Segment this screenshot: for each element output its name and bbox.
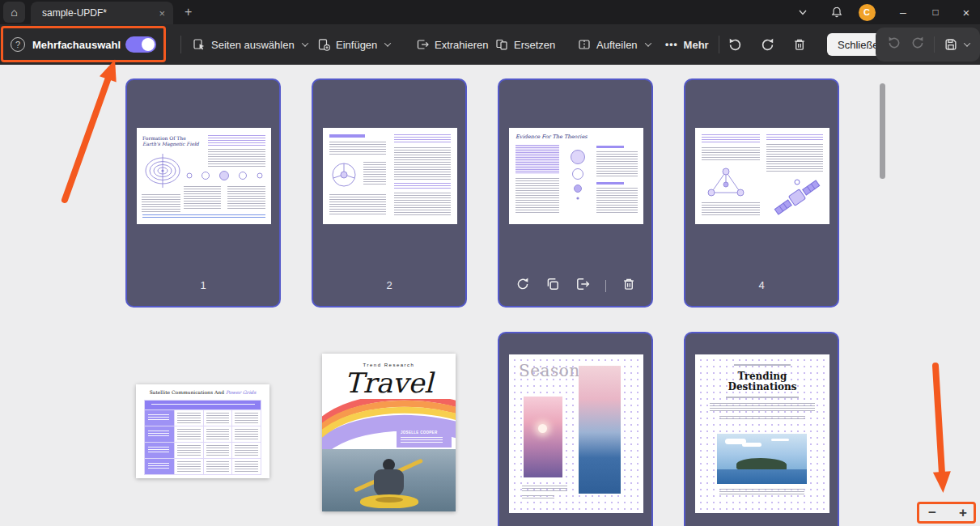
duplicate-page-icon [545, 277, 560, 291]
panel-divider [934, 36, 935, 53]
page-card-4[interactable]: 4 [684, 78, 839, 308]
app-window: ⌂ sample-UPDF* × + C – □ × ? Mehrfachaus… [0, 0, 980, 526]
home-button[interactable]: ⌂ [3, 2, 25, 23]
split-button[interactable]: Aufteilen [578, 24, 651, 65]
page-5-doc-title: Satellite Communications And Power Grids [136, 389, 269, 395]
rotate-right-button[interactable] [760, 24, 775, 65]
highlighted-text-lines [394, 134, 451, 144]
notifications-button[interactable] [825, 0, 848, 24]
replace-button[interactable]: Ersetzen [495, 24, 555, 65]
account-button[interactable]: C [855, 0, 879, 24]
page-card-1[interactable]: Formation Of The Earth's Magnetic Field [125, 78, 281, 308]
zoom-out-button[interactable]: − [923, 503, 942, 523]
delete-pages-button[interactable] [792, 24, 807, 65]
extract-page-button[interactable] [575, 277, 590, 295]
text-lines-placeholder [702, 147, 760, 162]
save-button[interactable] [944, 37, 969, 52]
text-lines-placeholder [702, 202, 760, 217]
rotate-page-button[interactable] [515, 277, 530, 295]
zoom-out-icon: − [928, 505, 936, 521]
page-card-2[interactable]: 2 [312, 78, 467, 308]
magnetic-field-diagram [143, 152, 182, 189]
text-lines-placeholder [719, 489, 804, 495]
minimize-icon: – [900, 6, 906, 19]
toolbar-divider [719, 36, 719, 53]
multiselect-toggle[interactable] [125, 36, 156, 53]
page-number: 1 [127, 279, 279, 291]
extract-button[interactable]: Extrahieren [416, 24, 488, 65]
poster-author-block: JOSELLE COOPER [397, 428, 452, 448]
delete-page-icon [622, 277, 636, 291]
maximize-icon: □ [932, 6, 938, 18]
toggle-knob [142, 38, 155, 51]
close-window-button[interactable]: × [953, 0, 979, 24]
circle-diagram [329, 160, 358, 189]
document-tab[interactable]: sample-UPDF* × [31, 2, 173, 24]
table-row [145, 426, 261, 442]
page-8-preview: Trending Destinations [695, 354, 829, 513]
delete-page-button[interactable] [622, 277, 636, 295]
help-icon: ? [11, 37, 25, 52]
text-line [726, 397, 799, 398]
text-lines-placeholder [515, 178, 559, 214]
new-tab-button[interactable]: + [185, 0, 192, 24]
page-card-7[interactable]: Season [498, 332, 653, 526]
titlebar-chevron-button[interactable] [791, 0, 814, 24]
text-lines-placeholder [710, 403, 815, 413]
undo-button[interactable] [887, 36, 902, 53]
sea [717, 469, 807, 484]
more-button[interactable]: ••• Mehr [665, 24, 709, 65]
text-lines-placeholder [227, 186, 265, 209]
bell-icon [830, 6, 843, 19]
save-icon [944, 37, 958, 52]
insert-button[interactable]: Einfügen [317, 24, 390, 65]
text-lines-placeholder [522, 486, 567, 492]
help-button[interactable]: ? [11, 24, 25, 65]
person-torso [374, 469, 404, 497]
page-1-doc-title: Formation Of The Earth's Magnetic Field [142, 135, 202, 146]
text-lines-placeholder [766, 144, 823, 172]
rotate-left-button[interactable] [728, 24, 743, 65]
minimize-button[interactable]: – [889, 0, 918, 24]
chevron-down-icon [301, 40, 308, 46]
page-card-8[interactable]: Trending Destinations [684, 332, 839, 526]
page-card-6[interactable]: Trend Research Travel JOSELLE COOPER [312, 332, 467, 526]
text-lines-placeholder [329, 194, 386, 215]
text-lines-placeholder [596, 188, 638, 214]
insert-icon [317, 38, 330, 51]
table-row [145, 458, 261, 474]
rotate-right-icon [760, 37, 775, 53]
page-2-preview [323, 128, 457, 224]
extract-icon [416, 38, 429, 51]
page-3-preview: Evidence For The Theories [509, 128, 643, 224]
duplicate-page-button[interactable] [545, 277, 560, 295]
highlighted-text-lines [766, 134, 823, 141]
vertical-scrollbar-thumb[interactable] [880, 83, 885, 179]
text-lines-placeholder [184, 186, 221, 209]
highlighted-text-lines [394, 183, 451, 189]
tab-close-icon[interactable]: × [159, 7, 165, 19]
page-1-preview: Formation Of The Earth's Magnetic Field [137, 128, 271, 224]
select-pages-button[interactable]: Seiten auswählen [193, 24, 308, 65]
network-diagram [705, 165, 747, 199]
clouds [725, 439, 746, 444]
page-card-3[interactable]: Evidence For The Theories [498, 78, 653, 308]
page-6-preview: Trend Research Travel JOSELLE COOPER [322, 354, 456, 511]
page-card-5[interactable]: Satellite Communications And Power Grids [125, 332, 281, 526]
trash-icon [792, 37, 807, 52]
maximize-button[interactable]: □ [921, 0, 950, 24]
heading-bar [329, 134, 365, 138]
split-icon [578, 38, 591, 51]
toolbar: ? Mehrfachauswahl Seiten auswählen Einfü… [0, 24, 980, 65]
highlighted-text-lines [208, 135, 265, 146]
text-lines-placeholder [142, 194, 180, 214]
table-row [145, 442, 261, 458]
rotate-left-icon [728, 37, 743, 53]
close-icon: × [963, 6, 970, 19]
page-hover-actions [499, 277, 651, 295]
redo-button[interactable] [910, 36, 925, 53]
page-7-preview: Season [509, 354, 643, 513]
zoom-in-button[interactable]: + [953, 503, 973, 523]
sunset-photo [524, 397, 562, 477]
text-line [734, 364, 791, 366]
